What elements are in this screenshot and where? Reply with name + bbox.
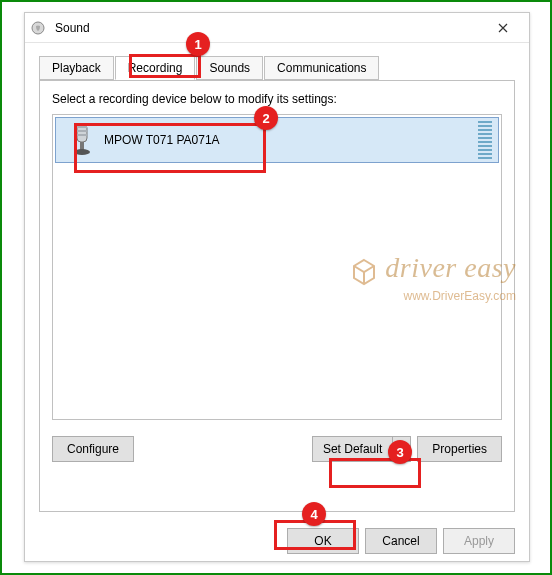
apply-button[interactable]: Apply bbox=[443, 528, 515, 554]
cancel-button[interactable]: Cancel bbox=[365, 528, 437, 554]
panel-button-row: Configure Set Default ▼ Properties bbox=[52, 436, 502, 462]
panel-instruction: Select a recording device below to modif… bbox=[52, 92, 502, 106]
configure-button[interactable]: Configure bbox=[52, 436, 134, 462]
window-title: Sound bbox=[55, 21, 483, 35]
svg-rect-3 bbox=[77, 130, 87, 132]
svg-rect-5 bbox=[80, 142, 84, 150]
microphone-icon bbox=[60, 120, 104, 160]
set-default-button[interactable]: Set Default bbox=[312, 436, 393, 462]
annotation-badge-1: 1 bbox=[186, 32, 210, 56]
sound-icon bbox=[31, 20, 47, 36]
device-list[interactable]: MPOW T071 PA071A bbox=[52, 114, 502, 420]
dialog-button-row: OK Cancel Apply bbox=[25, 522, 529, 564]
tab-playback[interactable]: Playback bbox=[39, 56, 114, 80]
close-button[interactable] bbox=[483, 14, 523, 42]
recording-panel: Select a recording device below to modif… bbox=[39, 80, 515, 512]
device-name: MPOW T071 PA071A bbox=[104, 133, 478, 147]
titlebar: Sound bbox=[25, 13, 529, 43]
level-meter bbox=[478, 121, 492, 159]
ok-button[interactable]: OK bbox=[287, 528, 359, 554]
annotation-badge-2: 2 bbox=[254, 106, 278, 130]
svg-rect-2 bbox=[77, 126, 87, 128]
tab-communications[interactable]: Communications bbox=[264, 56, 379, 80]
tab-sounds[interactable]: Sounds bbox=[196, 56, 263, 80]
annotation-badge-3: 3 bbox=[388, 440, 412, 464]
tab-recording[interactable]: Recording bbox=[115, 56, 196, 80]
tab-strip: Playback Recording Sounds Communications bbox=[39, 56, 515, 81]
device-item[interactable]: MPOW T071 PA071A bbox=[55, 117, 499, 163]
properties-button[interactable]: Properties bbox=[417, 436, 502, 462]
svg-rect-4 bbox=[77, 134, 87, 136]
sound-dialog: Sound Playback Recording Sounds Communic… bbox=[24, 12, 530, 562]
svg-point-6 bbox=[74, 149, 90, 155]
annotation-badge-4: 4 bbox=[302, 502, 326, 526]
